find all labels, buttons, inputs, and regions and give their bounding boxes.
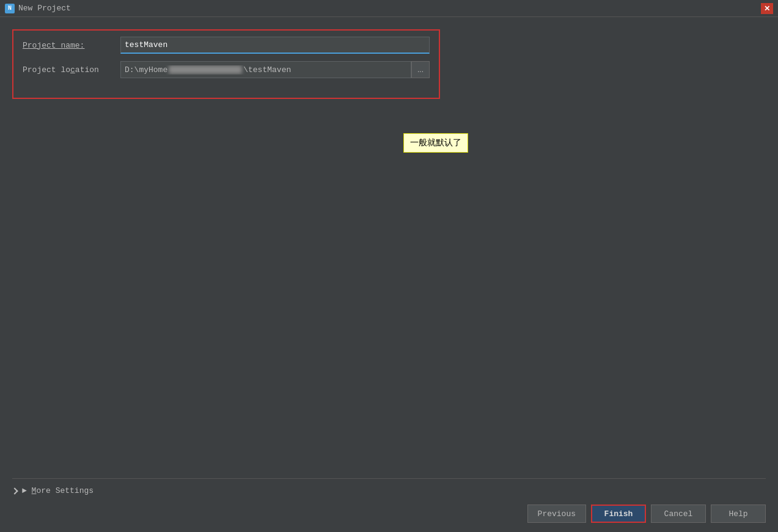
project-name-row: Project name: xyxy=(23,37,430,54)
form-section: Project name: Project location D:\myHome… xyxy=(12,29,440,99)
title-bar-left: N New Project xyxy=(5,4,71,13)
app-icon: N xyxy=(5,4,15,13)
cancel-button[interactable]: Cancel xyxy=(651,505,706,523)
location-prefix-text: D:\myHome\testMaven xyxy=(121,65,295,75)
previous-button[interactable]: Previous xyxy=(527,505,586,523)
button-row: Previous Finish Cancel Help xyxy=(12,505,766,523)
empty-area xyxy=(12,99,766,472)
tooltip-annotation: 一般就默认了 xyxy=(403,133,468,153)
divider xyxy=(12,478,766,479)
title-bar: N New Project ✕ xyxy=(0,0,778,17)
project-location-input-wrapper: D:\myHome\testMaven xyxy=(120,61,411,78)
more-settings-arrow-icon xyxy=(11,487,18,494)
project-name-input[interactable] xyxy=(120,37,430,54)
browse-button[interactable]: ... xyxy=(411,61,430,78)
project-location-label: Project location xyxy=(23,65,120,75)
project-name-label: Project name: xyxy=(23,41,120,50)
more-settings-label: ► More Settings xyxy=(22,486,94,495)
close-button[interactable]: ✕ xyxy=(761,3,773,14)
new-project-window: N New Project ✕ Project name: Project lo… xyxy=(0,0,778,532)
help-button[interactable]: Help xyxy=(711,505,766,523)
content-area: Project name: Project location D:\myHome… xyxy=(0,17,778,478)
more-settings-toggle[interactable]: ► More Settings xyxy=(12,486,766,495)
blurred-path xyxy=(169,65,242,74)
window-title: New Project xyxy=(18,4,71,13)
project-location-row: Project location D:\myHome\testMaven ... xyxy=(23,61,430,78)
footer-area: ► More Settings Previous Finish Cancel H… xyxy=(0,478,778,532)
finish-button[interactable]: Finish xyxy=(591,505,646,523)
